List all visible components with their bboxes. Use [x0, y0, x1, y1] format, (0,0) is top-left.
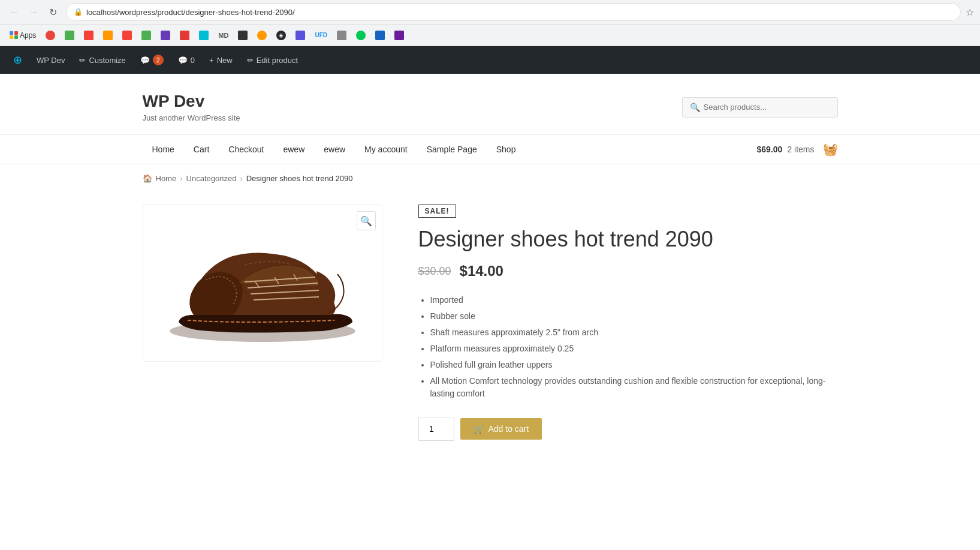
url-text: localhost/wordpress/product/designer-sho… — [86, 8, 953, 17]
wp-logo-item[interactable]: ⊕ — [6, 46, 29, 74]
wp-site-name[interactable]: WP Dev — [29, 46, 72, 74]
comments-item[interactable]: 💬 2 — [133, 46, 171, 74]
add-to-cart-label: Add to cart — [489, 424, 529, 434]
nav-inner: Home Cart Checkout ewew ewew My account … — [131, 135, 850, 164]
bookmark-9[interactable] — [195, 29, 212, 41]
bookmark-github[interactable]: ◈ — [273, 29, 290, 41]
customize-label: Customize — [89, 56, 125, 65]
bookmark-12[interactable] — [292, 29, 309, 41]
zoom-button[interactable]: 🔍 — [357, 211, 376, 230]
bookmark-3[interactable] — [80, 29, 97, 41]
sale-badge: SALE! — [418, 205, 456, 218]
plus-icon: + — [209, 56, 214, 65]
cart-icon: 🛒 — [474, 424, 484, 434]
bookmark-md[interactable]: MD — [215, 31, 232, 40]
reload-button[interactable]: ↻ — [44, 4, 61, 20]
feature-1: Imported — [430, 294, 838, 306]
site-title[interactable]: WP Dev — [143, 92, 240, 111]
bookmark-15[interactable] — [372, 29, 388, 41]
bookmark-16[interactable] — [391, 29, 408, 41]
cart-summary: $69.00 2 items 🧺 — [757, 142, 838, 157]
feature-3: Shaft measures approximately 2.5" from a… — [430, 326, 838, 339]
breadcrumb: 🏠 Home › Uncategorized › Designer shoes … — [131, 164, 850, 193]
nav-ewew1[interactable]: ewew — [273, 135, 314, 164]
customize-icon: ✏ — [79, 56, 86, 65]
comment-bubble-icon: 💬 — [140, 56, 150, 65]
cart-icon-button[interactable]: 🧺 — [823, 142, 838, 157]
apps-bookmark[interactable]: Apps — [6, 30, 40, 41]
nav-menu: Home Cart Checkout ewew ewew My account … — [143, 135, 757, 164]
edit-label: Edit product — [257, 56, 298, 65]
search-box[interactable]: 🔍 — [682, 97, 838, 118]
new-item[interactable]: + New — [202, 46, 240, 74]
apps-label: Apps — [20, 31, 36, 40]
site-branding: WP Dev Just another WordPress site — [143, 92, 240, 122]
bookmark-14[interactable] — [352, 29, 369, 41]
breadcrumb-home-icon: 🏠 — [143, 174, 152, 183]
comments-count: 2 — [153, 55, 164, 65]
price-area: $30.00 $14.00 — [418, 263, 838, 279]
feature-5: Polished full grain leather uppers — [430, 359, 838, 371]
add-to-cart-button[interactable]: 🛒 Add to cart — [460, 418, 542, 440]
product-section: 🔍 SALE! Designer shoes hot trend 2090 $3… — [131, 193, 850, 453]
bookmark-11[interactable] — [254, 29, 270, 41]
bookmark-8[interactable] — [176, 29, 193, 41]
original-price: $30.00 — [418, 265, 451, 278]
search-input[interactable] — [704, 103, 830, 112]
new-label: New — [217, 56, 233, 65]
nav-ewew2[interactable]: ewew — [314, 135, 355, 164]
bookmark-7[interactable] — [157, 29, 174, 41]
search-icon: 🔍 — [690, 103, 700, 112]
product-image-container: 🔍 — [143, 205, 382, 362]
bookmark-ufd[interactable]: UFD — [311, 31, 331, 40]
comments2-item[interactable]: 💬 0 — [171, 46, 202, 74]
back-button[interactable]: ← — [6, 4, 23, 20]
breadcrumb-current: Designer shoes hot trend 2090 — [246, 174, 353, 183]
wp-admin-bar: ⊕ WP Dev ✏ Customize 💬 2 💬 0 + New ✏ Edi… — [0, 46, 980, 74]
nav-home[interactable]: Home — [143, 135, 184, 164]
bookmark-2[interactable] — [61, 29, 78, 41]
breadcrumb-home-link[interactable]: Home — [156, 174, 177, 183]
bookmark-1[interactable] — [42, 29, 59, 41]
bookmark-13[interactable] — [333, 29, 350, 41]
comments2-label: 0 — [191, 56, 195, 65]
edit-product-item[interactable]: ✏ Edit product — [240, 46, 305, 74]
nav-shop[interactable]: Shop — [487, 135, 526, 164]
security-icon: 🔒 — [74, 8, 83, 16]
cart-items-count: 2 items — [787, 145, 814, 154]
sale-price: $14.00 — [460, 263, 503, 279]
bookmark-button[interactable]: ☆ — [966, 7, 974, 18]
product-image-area: 🔍 — [143, 205, 382, 441]
breadcrumb-sep-2: › — [240, 174, 242, 183]
breadcrumb-category-link[interactable]: Uncategorized — [186, 174, 237, 183]
browser-toolbar: ← → ↻ 🔒 localhost/wordpress/product/desi… — [0, 0, 980, 24]
nav-sample-page[interactable]: Sample Page — [417, 135, 487, 164]
site-navigation: Home Cart Checkout ewew ewew My account … — [0, 134, 980, 164]
nav-buttons: ← → ↻ — [6, 4, 61, 20]
wp-site-label: WP Dev — [37, 56, 65, 65]
site-tagline: Just another WordPress site — [143, 113, 240, 122]
customize-item[interactable]: ✏ Customize — [72, 46, 132, 74]
cart-price: $69.00 — [757, 145, 783, 154]
nav-my-account[interactable]: My account — [355, 135, 417, 164]
feature-6: All Motion Comfort technology provides o… — [430, 375, 838, 400]
bookmark-5[interactable] — [119, 29, 135, 41]
address-bar[interactable]: 🔒 localhost/wordpress/product/designer-s… — [66, 3, 961, 21]
bookmarks-bar: Apps MD ◈ UFD — [0, 24, 980, 46]
product-image — [155, 205, 370, 361]
forward-button[interactable]: → — [25, 4, 42, 20]
nav-checkout[interactable]: Checkout — [219, 135, 273, 164]
breadcrumb-sep-1: › — [180, 174, 182, 183]
wp-logo-icon: ⊕ — [13, 53, 22, 67]
comment2-icon: 💬 — [178, 56, 188, 65]
site-header: WP Dev Just another WordPress site 🔍 — [131, 74, 850, 134]
bookmark-10[interactable] — [234, 29, 251, 41]
bookmark-4[interactable] — [99, 29, 116, 41]
quantity-input[interactable]: 1 — [418, 417, 454, 441]
bookmark-6[interactable] — [138, 29, 155, 41]
browser-chrome: ← → ↻ 🔒 localhost/wordpress/product/desi… — [0, 0, 980, 46]
nav-cart[interactable]: Cart — [184, 135, 219, 164]
add-to-cart-area: 1 🛒 Add to cart — [418, 417, 838, 441]
feature-4: Platform measures approximately 0.25 — [430, 342, 838, 355]
product-details: SALE! Designer shoes hot trend 2090 $30.… — [418, 205, 838, 441]
